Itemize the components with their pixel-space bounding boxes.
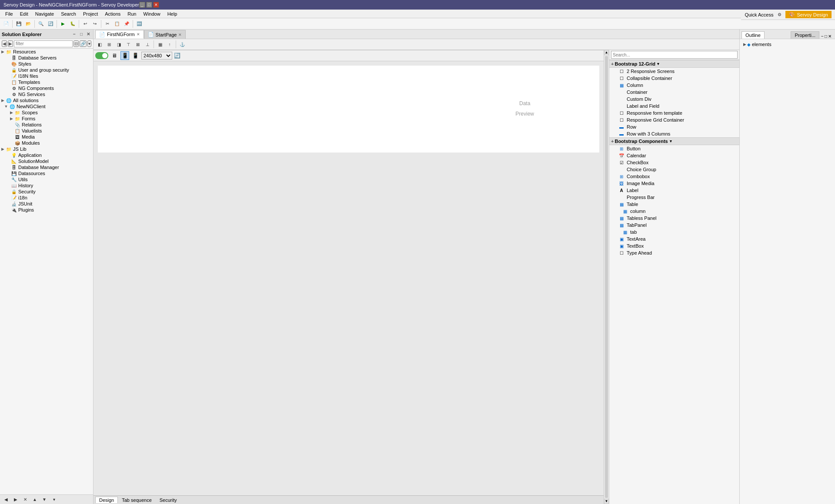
align-bottom-btn[interactable]: ⊥	[143, 40, 152, 49]
undo-btn[interactable]: ↩	[81, 20, 90, 28]
search-tb-btn[interactable]: 🔍	[37, 20, 45, 28]
menu-file[interactable]: File	[2, 10, 17, 17]
scroll-up-btn[interactable]: ▲	[604, 50, 609, 55]
component-collapsible-container[interactable]: ☐ Collapsible Container	[609, 75, 739, 82]
close-btn[interactable]: ✕	[153, 2, 159, 8]
tree-item-styles[interactable]: 🎨 Styles	[0, 61, 93, 67]
debug-btn[interactable]: 🐛	[68, 20, 77, 28]
tree-item-modules[interactable]: 📦 Modules	[0, 140, 93, 146]
se-delete-btn[interactable]: ✕	[21, 495, 30, 504]
se-minimize-btn[interactable]: −	[71, 31, 77, 37]
se-close-btn[interactable]: ✕	[85, 31, 91, 37]
editor-scrollbar[interactable]: ▲ ▼	[604, 50, 609, 504]
se-maximize-btn[interactable]: □	[78, 31, 84, 37]
editor-tab-security[interactable]: Security	[156, 497, 181, 504]
tree-item-templates[interactable]: 📋 Templates	[0, 79, 93, 85]
tree-item-plugins[interactable]: 🔌 Plugins	[0, 207, 93, 213]
align-top-btn[interactable]: ⊤	[124, 40, 133, 49]
component-textbox[interactable]: ▣ TextBox	[609, 242, 739, 249]
se-back-nav-btn[interactable]: ◀	[2, 495, 10, 504]
tree-item-utils[interactable]: 🔧 Utils	[0, 176, 93, 182]
tree-item-resources[interactable]: ▶ 📁 Resources	[0, 49, 93, 55]
tree-item-i18n-files[interactable]: 📝 I18N files	[0, 73, 93, 79]
anchor-btn[interactable]: ⚓	[178, 40, 187, 49]
component-tab[interactable]: ▦ tab	[609, 229, 739, 235]
save-btn[interactable]: 💾	[14, 20, 23, 28]
tab-firstngform[interactable]: 📄 FirstNGForm ✕	[95, 30, 144, 39]
component-tabless-panel[interactable]: ▦ Tabless Panel	[609, 215, 739, 222]
tree-item-media[interactable]: 🖼 Media	[0, 134, 93, 140]
align-center-btn[interactable]: ⊞	[105, 40, 114, 49]
live-preview-toggle[interactable]	[95, 52, 108, 59]
tree-item-jslib[interactable]: ▶ 📁 JS Lib	[0, 146, 93, 152]
component-choice-group[interactable]: Choice Group	[609, 166, 739, 173]
tree-item-solutionmodel[interactable]: 📐 SolutionModel	[0, 158, 93, 164]
scroll-down-btn[interactable]: ▼	[604, 499, 609, 504]
tab-firstngform-close[interactable]: ✕	[137, 32, 140, 36]
tree-item-security[interactable]: 🔒 Security	[0, 189, 93, 195]
se-move-up-btn[interactable]: ▲	[30, 495, 39, 504]
component-row-3-columns[interactable]: ▬ Row with 3 Columns	[609, 130, 739, 137]
tree-item-ng-services[interactable]: ⚙ NG Services	[0, 91, 93, 97]
scroll-thumb[interactable]	[605, 56, 608, 498]
desktop-device-btn[interactable]: 🖥	[110, 51, 119, 60]
se-more-btn[interactable]: ▾	[50, 495, 58, 504]
tab-outline[interactable]: Outline	[741, 31, 765, 39]
tree-item-i18n[interactable]: 📝 i18n	[0, 195, 93, 201]
component-type-ahead[interactable]: ☐ Type Ahead	[609, 249, 739, 256]
tree-item-scopes[interactable]: ▶ 📁 Scopes	[0, 109, 93, 116]
component-button[interactable]: ⊞ Button	[609, 145, 739, 152]
tab-startpage[interactable]: 📄 StartPage ✕	[144, 30, 186, 39]
se-move-down-btn[interactable]: ▼	[40, 495, 49, 504]
component-tabpanel[interactable]: ▦ TabPanel	[609, 222, 739, 229]
bring-front-btn[interactable]: ↑	[165, 40, 174, 49]
quick-access-settings-btn[interactable]: ⚙	[775, 10, 784, 19]
tree-item-valuelists[interactable]: 📋 Valuelists	[0, 128, 93, 134]
copy-btn[interactable]: 📋	[113, 20, 121, 28]
tab-properties[interactable]: Properti...	[791, 31, 819, 39]
se-filter-input[interactable]	[14, 40, 73, 47]
editor-canvas[interactable]: Data Preview	[94, 61, 604, 495]
format-btn[interactable]: 🔤	[135, 20, 144, 28]
tree-item-database-manager[interactable]: 🗄 Database Manager	[0, 164, 93, 170]
align-right-btn[interactable]: ◨	[114, 40, 123, 49]
se-back-btn[interactable]: ◀	[2, 40, 7, 47]
component-custom-div[interactable]: Custom Div	[609, 96, 739, 103]
minimize-btn[interactable]: _	[139, 2, 145, 8]
refresh-canvas-btn[interactable]: 🔄	[174, 53, 180, 59]
se-link-btn[interactable]: 🔗	[80, 40, 87, 47]
editor-tab-design[interactable]: Design	[95, 497, 118, 503]
tablet-device-btn[interactable]: 📱	[120, 51, 129, 60]
component-search-input[interactable]	[611, 51, 738, 59]
open-btn[interactable]: 📂	[24, 20, 33, 28]
component-row[interactable]: ▬ Row	[609, 123, 739, 130]
same-size-btn[interactable]: ▦	[156, 40, 164, 49]
component-column[interactable]: ▦ Column	[609, 82, 739, 89]
run-btn[interactable]: ▶	[59, 20, 67, 28]
component-responsive-form-template[interactable]: ☐ Responsive form template	[609, 109, 739, 116]
phone-device-btn[interactable]: 📱	[131, 51, 140, 60]
tree-item-user-security[interactable]: 🔒 User and group security	[0, 67, 93, 73]
component-calendar[interactable]: 📅 Calendar	[609, 152, 739, 159]
paste-btn[interactable]: 📌	[122, 20, 131, 28]
component-textarea[interactable]: ▣ TextArea	[609, 235, 739, 242]
tree-item-database-servers[interactable]: 🗄 Database Servers	[0, 55, 93, 61]
menu-help[interactable]: Help	[164, 10, 181, 17]
tree-item-relations[interactable]: 📎 Relations	[0, 122, 93, 128]
section-bootstrap-components[interactable]: + Bootstrap Components ▾	[609, 137, 739, 145]
component-table[interactable]: ▦ Table	[609, 201, 739, 208]
tree-item-ng-components[interactable]: ⚙ NG Components	[0, 85, 93, 91]
align-left-btn[interactable]: ◧	[95, 40, 104, 49]
component-progress-bar[interactable]: Progress Bar	[609, 194, 739, 201]
section-bootstrap-grid[interactable]: + Bootstrap 12-Grid ▾	[609, 60, 739, 68]
component-container[interactable]: Container	[609, 89, 739, 96]
tree-item-datasources[interactable]: 💾 Datasources	[0, 170, 93, 176]
tree-item-forms[interactable]: ▶ 📁 Forms	[0, 116, 93, 122]
editor-tab-sequence[interactable]: Tab sequence	[118, 497, 156, 504]
tree-item-jsunit[interactable]: 🔬 JSUnit	[0, 201, 93, 207]
redo-btn[interactable]: ↪	[90, 20, 99, 28]
tab-startpage-close[interactable]: ✕	[178, 33, 182, 37]
menu-project[interactable]: Project	[80, 10, 101, 17]
menu-window[interactable]: Window	[140, 10, 164, 17]
refresh-btn[interactable]: 🔄	[46, 20, 55, 28]
